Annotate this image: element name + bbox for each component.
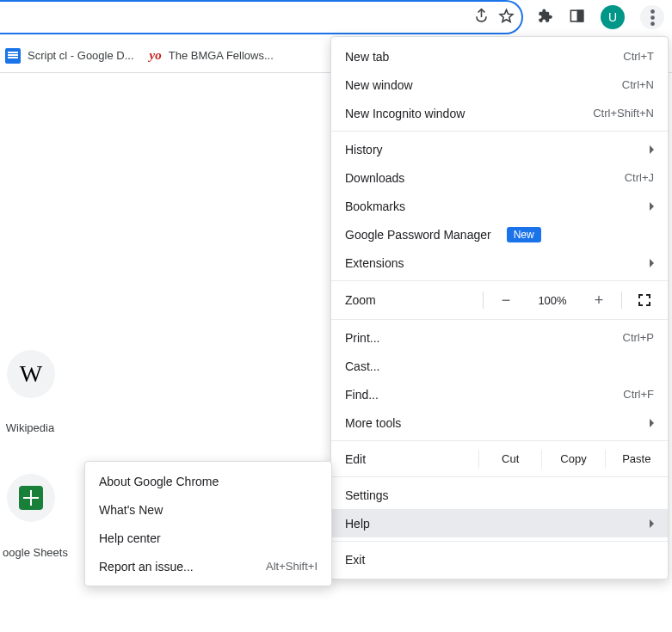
menu-separator (331, 541, 668, 542)
menu-label: What's New (99, 503, 163, 517)
menu-new-tab[interactable]: New tab Ctrl+T (331, 42, 668, 71)
chevron-right-icon (650, 259, 654, 267)
paste-button[interactable]: Paste (605, 450, 668, 469)
bookmark-item[interactable]: yo The BMGA Fellows... (150, 48, 274, 63)
wikipedia-icon: W (20, 360, 42, 388)
menu-shortcut: Ctrl+Shift+N (593, 107, 654, 120)
avatar[interactable]: U (601, 5, 625, 29)
avatar-letter: U (608, 10, 617, 24)
help-about[interactable]: About Google Chrome (85, 467, 331, 495)
zoom-out-button[interactable]: − (484, 291, 528, 310)
bookmark-item[interactable]: Script cl - Google D... (5, 48, 134, 64)
menu-downloads[interactable]: Downloads Ctrl+J (331, 163, 668, 192)
chevron-right-icon (650, 145, 654, 154)
menu-find[interactable]: Find... Ctrl+F (331, 380, 668, 408)
menu-label: More tools (345, 416, 401, 430)
menu-separator (331, 131, 668, 132)
menu-exit[interactable]: Exit (331, 545, 668, 574)
menu-new-window[interactable]: New window Ctrl+N (331, 71, 668, 99)
help-submenu: About Google Chrome What's New Help cent… (84, 461, 332, 586)
menu-extensions[interactable]: Extensions (331, 249, 668, 277)
zoom-in-button[interactable]: + (576, 291, 621, 310)
help-report-issue[interactable]: Report an issue... Alt+Shift+I (85, 552, 331, 580)
menu-shortcut: Ctrl+P (623, 331, 654, 344)
shortcut-tile-wikipedia[interactable]: W (7, 350, 55, 398)
menu-label: New tab (345, 50, 389, 64)
share-icon[interactable] (473, 8, 490, 27)
chevron-right-icon (650, 419, 654, 427)
help-center[interactable]: Help center (85, 524, 331, 552)
menu-label: Exit (345, 553, 365, 567)
chrome-menu: New tab Ctrl+T New window Ctrl+N New Inc… (330, 36, 669, 580)
sheets-icon (19, 486, 43, 510)
menu-print[interactable]: Print... Ctrl+P (331, 323, 668, 352)
yo-icon: yo (150, 48, 162, 63)
menu-label: Help (345, 517, 370, 531)
panel-icon[interactable] (569, 8, 585, 27)
menu-separator (331, 319, 668, 320)
fullscreen-icon[interactable] (638, 294, 650, 306)
menu-label: Google Password Manager (345, 228, 491, 242)
menu-label: New Incognito window (345, 107, 465, 120)
menu-label: Extensions (345, 256, 404, 270)
menu-edit: Edit Cut Copy Paste (331, 445, 668, 473)
menu-label: Downloads (345, 171, 404, 185)
more-button[interactable] (640, 5, 664, 29)
svg-point-2 (650, 9, 655, 14)
shortcut-label: oogle Sheets (0, 546, 71, 559)
menu-separator (331, 440, 668, 441)
menu-separator (331, 280, 668, 281)
menu-zoom: Zoom − 100% + (331, 285, 668, 316)
menu-shortcut: Alt+Shift+I (266, 560, 318, 573)
toolbar-right: U (528, 0, 664, 34)
menu-settings[interactable]: Settings (331, 481, 668, 509)
shortcut-label: Wikipedia (0, 421, 60, 434)
menu-label: Edit (345, 452, 478, 466)
menu-separator (331, 476, 668, 477)
svg-point-4 (650, 21, 655, 26)
menu-shortcut: Ctrl+T (623, 50, 654, 63)
menu-bookmarks[interactable]: Bookmarks (331, 192, 668, 220)
copy-button[interactable]: Copy (541, 450, 604, 469)
menu-label: New window (345, 78, 413, 92)
extensions-icon[interactable] (537, 8, 553, 27)
menu-label: About Google Chrome (99, 475, 219, 488)
vertical-separator (621, 291, 622, 309)
svg-rect-1 (577, 10, 583, 21)
menu-shortcut: Ctrl+J (625, 171, 654, 184)
menu-password-manager[interactable]: Google Password Manager New (331, 220, 668, 249)
menu-label: Find... (345, 388, 379, 402)
menu-shortcut: Ctrl+N (622, 78, 654, 91)
bookmark-label: The BMGA Fellows... (169, 49, 274, 62)
menu-label: Print... (345, 331, 379, 345)
chevron-right-icon (650, 202, 654, 211)
menu-help[interactable]: Help (331, 509, 668, 537)
new-badge: New (507, 227, 541, 242)
menu-history[interactable]: History (331, 135, 668, 163)
shortcut-tile-sheets[interactable] (7, 474, 55, 522)
menu-more-tools[interactable]: More tools (331, 408, 668, 437)
menu-label: Cast... (345, 359, 379, 373)
menu-incognito[interactable]: New Incognito window Ctrl+Shift+N (331, 99, 668, 127)
menu-shortcut: Ctrl+F (623, 388, 654, 401)
menu-label: Zoom (345, 293, 483, 307)
svg-point-3 (650, 15, 655, 20)
url-bar[interactable] (0, 0, 523, 34)
zoom-value: 100% (528, 294, 576, 307)
menu-label: Help center (99, 531, 161, 545)
menu-label: Bookmarks (345, 199, 405, 213)
star-icon[interactable] (498, 8, 515, 27)
cut-button[interactable]: Cut (478, 450, 541, 469)
chevron-right-icon (650, 519, 654, 528)
menu-label: History (345, 143, 383, 156)
docs-icon (5, 48, 21, 64)
menu-cast[interactable]: Cast... (331, 352, 668, 380)
menu-label: Report an issue... (99, 560, 194, 574)
menu-label: Settings (345, 488, 389, 502)
help-whats-new[interactable]: What's New (85, 495, 331, 524)
bookmark-label: Script cl - Google D... (28, 49, 134, 62)
